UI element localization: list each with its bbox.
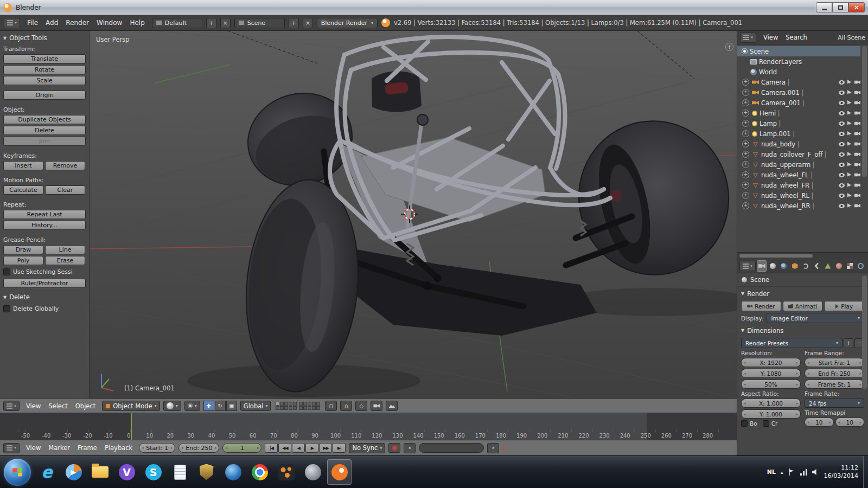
- auto-keyframe-record-button[interactable]: [388, 443, 400, 453]
- volume-icon[interactable]: [812, 468, 819, 476]
- viewport-menu[interactable]: Select: [45, 401, 71, 411]
- render-presets-select[interactable]: Render Presets: [741, 338, 843, 348]
- viewport-menu[interactable]: Object: [72, 401, 99, 411]
- playback-button[interactable]: ▶|: [333, 443, 346, 453]
- timeline-menu[interactable]: Frame: [74, 443, 100, 453]
- visibility-eye-icon[interactable]: [839, 101, 845, 105]
- viewport-3d[interactable]: User Persp (1) Camera_001 +: [90, 31, 737, 399]
- selectability-arrow-icon[interactable]: [847, 142, 852, 146]
- display-mode-select[interactable]: Image Editor: [767, 313, 864, 323]
- chrome-icon[interactable]: [247, 459, 272, 485]
- playback-button[interactable]: ◀: [292, 443, 305, 453]
- scene-delete-button[interactable]: [303, 18, 313, 28]
- render-action-button[interactable]: Animati: [783, 301, 823, 311]
- outliner-row[interactable]: Camera: [737, 77, 860, 87]
- toolshelf-item[interactable]: Repeat Last: [3, 210, 86, 219]
- tab-scene[interactable]: [768, 260, 777, 272]
- toolshelf-item[interactable]: Remove: [45, 161, 85, 170]
- visibility-eye-icon[interactable]: [839, 204, 845, 208]
- outliner-display-mode[interactable]: All Scene: [838, 34, 865, 41]
- visibility-eye-icon[interactable]: [839, 80, 845, 85]
- render-restrict-camera-icon[interactable]: [854, 111, 860, 115]
- frame-rate-select[interactable]: 24 fps: [805, 399, 864, 408]
- internet-explorer-icon[interactable]: e: [35, 459, 59, 485]
- outliner-row[interactable]: Camera_001: [737, 98, 860, 108]
- clock[interactable]: 11:12 16/03/2014: [824, 464, 858, 480]
- render-panel-header[interactable]: Render: [741, 288, 864, 299]
- network-icon[interactable]: [800, 468, 807, 476]
- render-restrict-camera-icon[interactable]: [854, 152, 860, 157]
- render-restrict-camera-icon[interactable]: [854, 204, 860, 208]
- toolshelf-item[interactable]: Calculate: [3, 185, 43, 195]
- time-remap-field[interactable]: 10: [805, 418, 834, 427]
- properties-region-toggle-icon[interactable]: +: [725, 43, 733, 51]
- pivot-point-button[interactable]: ▾: [184, 401, 200, 411]
- outliner-row[interactable]: nuda_wheel_FR: [737, 180, 860, 190]
- viber-icon[interactable]: V: [114, 459, 139, 485]
- outliner-row[interactable]: RenderLayers: [737, 56, 860, 67]
- timeline-menu[interactable]: View: [23, 443, 44, 453]
- toolshelf-item[interactable]: History...: [3, 221, 86, 230]
- outliner-menu[interactable]: Search: [782, 33, 810, 42]
- menubar-menu[interactable]: Render: [62, 18, 92, 28]
- rotate-manipulator-icon[interactable]: ↻: [215, 401, 226, 411]
- timeline-editor-type-button[interactable]: ▾: [3, 443, 20, 453]
- start-button[interactable]: [4, 459, 31, 486]
- menubar-menu[interactable]: File: [24, 18, 41, 28]
- tab-constraints[interactable]: [801, 260, 810, 272]
- outliner-row[interactable]: World: [737, 67, 860, 77]
- outliner-row[interactable]: Hemi: [737, 108, 860, 118]
- current-frame-field[interactable]: 1: [222, 443, 261, 453]
- scene-add-button[interactable]: [289, 18, 299, 28]
- visibility-eye-icon[interactable]: [839, 194, 845, 198]
- toolshelf-item[interactable]: Poly: [3, 256, 43, 265]
- aspect-ratio-field[interactable]: X: 1.000: [741, 399, 801, 408]
- show-desktop-button[interactable]: [863, 456, 868, 488]
- close-button[interactable]: ×: [848, 2, 865, 12]
- menubar-menu[interactable]: Window: [93, 18, 125, 28]
- outliner-menu[interactable]: View: [760, 33, 781, 42]
- outliner-row[interactable]: Lamp.001: [737, 129, 860, 139]
- active-keying-set-field[interactable]: [419, 443, 484, 453]
- tab-world[interactable]: [779, 260, 789, 272]
- scene-selector[interactable]: Scene: [234, 18, 285, 28]
- visibility-eye-icon[interactable]: [839, 91, 845, 95]
- minimize-button[interactable]: [816, 2, 832, 12]
- window-titlebar[interactable]: Blender ×: [0, 0, 868, 15]
- end-frame-field[interactable]: End: 250: [178, 443, 219, 453]
- blender-icon[interactable]: [327, 459, 352, 485]
- outliner-row[interactable]: nuda_body: [737, 139, 860, 149]
- viewport-canvas[interactable]: [90, 31, 737, 399]
- outliner-row[interactable]: nuda_coilover_F_off: [737, 149, 860, 159]
- render-action-button[interactable]: Render: [741, 301, 781, 311]
- mode-select[interactable]: Object Mode▾: [102, 401, 159, 411]
- tab-texture[interactable]: [845, 260, 854, 272]
- selectability-arrow-icon[interactable]: [847, 152, 852, 157]
- selectability-arrow-icon[interactable]: [847, 100, 852, 105]
- toolshelf-item[interactable]: Draw: [3, 245, 43, 254]
- outliner-editor-type-button[interactable]: ▾: [740, 33, 756, 43]
- menubar-menu[interactable]: Help: [126, 18, 148, 28]
- visibility-eye-icon[interactable]: [839, 163, 845, 167]
- visibility-eye-icon[interactable]: [839, 111, 845, 115]
- playback-button[interactable]: |◀: [265, 443, 278, 453]
- resolution-field[interactable]: X: 1920: [741, 358, 801, 367]
- selectability-arrow-icon[interactable]: [847, 162, 852, 167]
- resolution-field[interactable]: 50%: [741, 380, 801, 389]
- render-restrict-camera-icon[interactable]: [854, 194, 860, 198]
- dimensions-panel-header[interactable]: Dimensions: [741, 325, 864, 336]
- render-restrict-camera-icon[interactable]: [854, 101, 860, 105]
- selectability-arrow-icon[interactable]: [847, 183, 852, 188]
- properties-editor-type-button[interactable]: ▾: [739, 261, 756, 271]
- visibility-eye-icon[interactable]: [839, 152, 845, 157]
- layout-add-button[interactable]: [206, 18, 216, 28]
- skype-icon[interactable]: S: [141, 459, 165, 485]
- show-hidden-icons-arrow[interactable]: ▴: [781, 470, 783, 475]
- delete-keyframe-icon[interactable]: ×: [502, 444, 508, 452]
- toolshelf-item[interactable]: Rotate: [3, 65, 86, 74]
- toolshelf-item[interactable]: Erase: [45, 256, 85, 265]
- security-shield-icon[interactable]: [194, 459, 219, 485]
- selectability-arrow-icon[interactable]: [847, 90, 852, 95]
- sync-mode-select[interactable]: No Sync▾: [349, 443, 385, 453]
- visibility-eye-icon[interactable]: [839, 183, 845, 188]
